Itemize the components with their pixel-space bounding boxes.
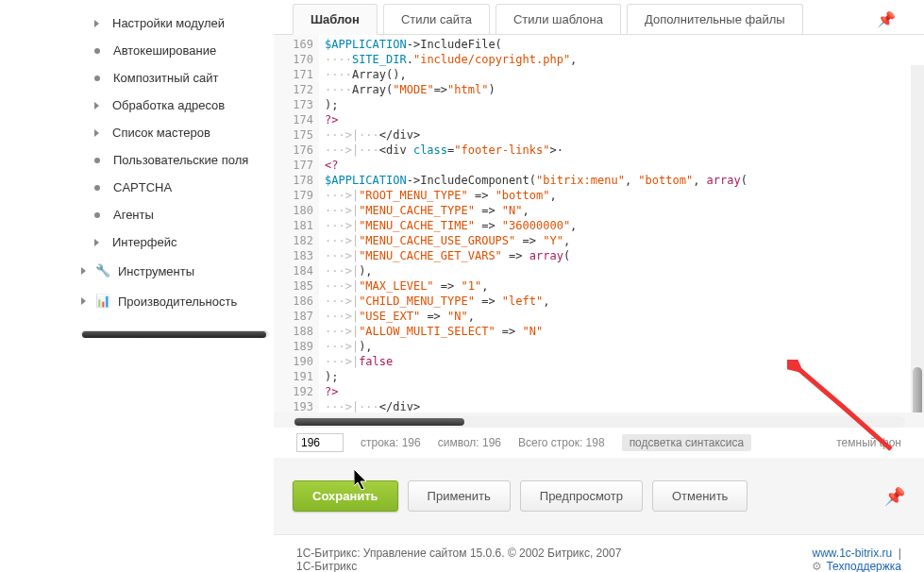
footer-link-support[interactable]: Техподдержка	[826, 560, 901, 572]
arrow-icon	[94, 239, 99, 246]
status-total: Всего строк: 198	[518, 436, 605, 449]
sidebar-group-label: Инструменты	[118, 264, 194, 278]
tools-icon: 🔧	[95, 263, 110, 278]
bullet-icon	[94, 76, 100, 81]
syntax-highlight-toggle[interactable]: подсветка синтаксиса	[622, 434, 752, 451]
code-editor[interactable]: 1691701711721731741751761771781791801811…	[274, 35, 924, 412]
tab-template[interactable]: Шаблон	[293, 4, 378, 35]
sidebar-item-label: Композитный сайт	[113, 71, 218, 85]
sidebar-item-label: Настройки модулей	[112, 16, 225, 30]
bullet-icon	[94, 185, 100, 191]
scrollbar-thumb[interactable]	[294, 418, 464, 426]
main-panel: Шаблон Стили сайта Стили шаблона Дополни…	[274, 0, 924, 572]
sidebar-item-label: CAPTCHA	[113, 180, 172, 194]
bullet-icon	[94, 48, 100, 54]
sidebar-item-captcha[interactable]: CAPTCHA	[0, 174, 274, 201]
scrollbar-thumb[interactable]	[82, 331, 266, 338]
sidebar-group-performance[interactable]: 📊Производительность	[0, 286, 274, 316]
bullet-icon	[94, 158, 100, 163]
tab-extra-files[interactable]: Дополнительные файлы	[627, 4, 803, 34]
status-line: строка: 196	[361, 436, 421, 449]
buttons-row: Сохранить Применить Предпросмотр Отменит…	[274, 458, 924, 534]
code-area[interactable]: $APPLICATION->IncludeFile(····SITE_DIR."…	[319, 35, 924, 412]
footer-link-site[interactable]: www.1c-bitrix.ru	[813, 547, 893, 560]
tabs-row: Шаблон Стили сайта Стили шаблона Дополни…	[274, 0, 924, 35]
sidebar-item-label: Пользовательские поля	[113, 153, 248, 167]
tab-template-styles[interactable]: Стили шаблона	[496, 4, 621, 34]
sidebar-item-label: Агенты	[113, 208, 154, 222]
status-bar: строка: 196 символ: 196 Всего строк: 198…	[274, 428, 924, 458]
performance-icon: 📊	[95, 294, 110, 309]
arrow-icon	[94, 20, 99, 27]
sidebar-item-label: Автокеширование	[113, 43, 216, 58]
sidebar-item-agents[interactable]: Агенты	[0, 201, 274, 228]
goto-line-input[interactable]	[296, 433, 344, 452]
sidebar-scrollbar[interactable]	[80, 330, 269, 340]
line-gutter: 1691701711721731741751761771781791801811…	[274, 35, 319, 412]
sidebar-item-user-fields[interactable]: Пользовательские поля	[0, 146, 274, 174]
apply-button[interactable]: Применить	[408, 480, 511, 512]
status-col: символ: 196	[438, 436, 501, 449]
bullet-icon	[94, 212, 100, 218]
dark-bg-toggle[interactable]: темный фон	[836, 436, 901, 449]
arrow-icon	[94, 129, 99, 137]
vertical-scrollbar[interactable]	[911, 65, 924, 412]
footer-copyright: 1С-Битрикс: Управление сайтом 15.0.6. © …	[296, 547, 621, 560]
cancel-button[interactable]: Отменить	[652, 480, 748, 512]
arrow-icon	[81, 267, 86, 275]
sidebar-item-module-settings[interactable]: Настройки модулей	[0, 9, 274, 37]
preview-button[interactable]: Предпросмотр	[520, 480, 643, 512]
horizontal-scrollbar[interactable]	[293, 416, 905, 428]
sidebar-item-wizards[interactable]: Список мастеров	[0, 119, 274, 146]
sidebar-group-label: Производительность	[118, 294, 237, 309]
arrow-icon	[81, 297, 86, 305]
arrow-icon	[94, 102, 99, 109]
footer: 1С-Битрикс: Управление сайтом 15.0.6. © …	[274, 534, 924, 572]
sidebar-item-label: Список мастеров	[112, 126, 210, 140]
sidebar-item-label: Обработка адресов	[112, 98, 225, 112]
sidebar-item-url-processing[interactable]: Обработка адресов	[0, 92, 274, 119]
sidebar-item-autocache[interactable]: Автокеширование	[0, 37, 274, 64]
sidebar-item-interface[interactable]: Интерфейс	[0, 228, 274, 256]
sidebar-item-composite[interactable]: Композитный сайт	[0, 64, 274, 92]
scrollbar-thumb[interactable]	[913, 367, 922, 412]
gear-icon: ⚙	[812, 560, 822, 572]
sidebar: Настройки модулей Автокеширование Композ…	[0, 0, 274, 572]
sidebar-group-tools[interactable]: 🔧Инструменты	[0, 256, 274, 286]
footer-product: 1С-Битрикс	[296, 560, 621, 572]
pin-icon[interactable]: 📌	[884, 486, 905, 507]
sidebar-item-label: Интерфейс	[112, 235, 176, 249]
save-button[interactable]: Сохранить	[293, 480, 398, 512]
pin-icon[interactable]: 📌	[877, 10, 905, 28]
tab-site-styles[interactable]: Стили сайта	[383, 4, 490, 34]
